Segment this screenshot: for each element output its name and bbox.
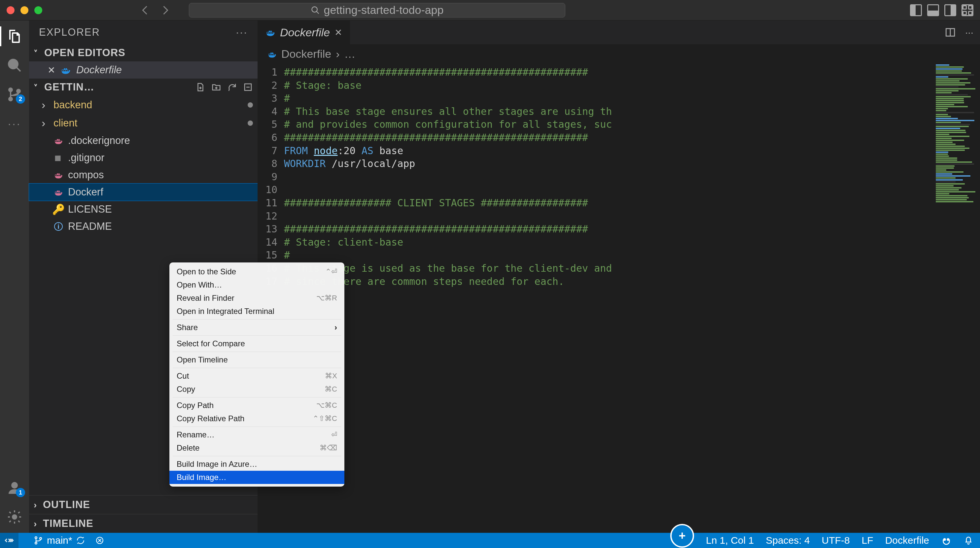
cursor-position[interactable]: Ln 1, Col 1 [706,535,754,546]
file-row[interactable]: ◆.gitignor [29,149,258,167]
scm-activity[interactable]: 2 [6,86,22,102]
toggle-secondary-sidebar-icon[interactable] [944,4,956,16]
shortcut: ⏎ [331,430,337,439]
file-row[interactable]: .dockerignore [29,132,258,149]
context-menu-item[interactable]: Open With… [169,278,344,292]
docker-icon [266,27,275,37]
activity-bar: 2 ··· 1 [0,21,29,533]
menu-item-label: Share [177,323,198,332]
eol[interactable]: LF [862,535,873,546]
breadcrumb[interactable]: Dockerfile › … [258,44,980,64]
sync-icon[interactable] [76,536,85,545]
tab-dockerfile[interactable]: Dockerfile ✕ [258,21,350,44]
indentation[interactable]: Spaces: 4 [766,535,810,546]
refresh-icon[interactable] [227,82,237,92]
maximize-window-icon[interactable] [34,6,42,14]
context-menu-item[interactable]: Cut⌘X [169,369,344,383]
workspace-header[interactable]: GETTIN… [29,79,258,96]
collapse-icon[interactable] [243,82,253,92]
context-menu-item[interactable]: Rename…⏎ [169,428,344,442]
menu-item-label: Reveal in Finder [177,294,234,303]
outline-label: OUTLINE [43,499,90,511]
file-label: .dockerignore [68,135,130,146]
sidebar-more-icon[interactable]: ··· [236,25,248,39]
chevron-down-icon [34,47,41,59]
file-label: .gitignor [68,152,104,164]
context-menu-item[interactable]: Open to the Side⌃⏎ [169,265,344,278]
file-row[interactable]: iREADME [29,218,258,235]
layout-controls [910,4,974,16]
code-area[interactable]: 1234567891011121314151617 ##############… [258,64,980,533]
remote-icon [5,536,14,545]
toggle-primary-sidebar-icon[interactable] [910,4,922,16]
title-bar: getting-started-todo-app [0,0,980,21]
menu-item-label: Rename… [177,430,215,439]
context-menu-item[interactable]: Copy Path⌥⌘C [169,399,344,412]
new-folder-icon[interactable] [211,82,221,92]
toggle-panel-icon[interactable] [927,4,939,16]
context-menu-item[interactable]: Build Image… [169,471,344,484]
chevron-right-icon [34,518,40,529]
file-row[interactable]: client [29,114,258,132]
context-menu-item[interactable]: Build Image in Azure… [169,457,344,471]
timeline-header[interactable]: TIMELINE [29,514,258,533]
menu-item-label: Open in Integrated Terminal [177,307,274,316]
remote-indicator[interactable] [0,533,19,548]
file-type-icon: ◆ [54,153,64,163]
file-row[interactable]: compos [29,167,258,184]
workspace-tools [196,82,253,92]
menu-item-label: Delete [177,443,199,453]
branch-status[interactable]: main* [28,535,110,546]
error-icon[interactable] [95,536,104,545]
menu-item-label: Copy Path [177,401,214,410]
context-menu-item[interactable]: Open in Integrated Terminal [169,305,344,318]
minimize-window-icon[interactable] [21,6,29,14]
split-editor-icon[interactable] [945,27,956,38]
workspace-label: GETTIN… [44,81,94,93]
breadcrumb-more: … [344,48,356,60]
outline-header[interactable]: OUTLINE [29,495,258,514]
context-menu-item[interactable]: Reveal in Finder⌥⌘R [169,292,344,305]
search-activity[interactable] [6,57,22,73]
close-tab-icon[interactable]: ✕ [334,27,342,38]
open-editor-item[interactable]: ✕ Dockerfile [29,61,258,79]
close-window-icon[interactable] [6,6,14,14]
plus-icon: + [679,529,686,543]
file-row[interactable]: backend [29,96,258,114]
back-icon[interactable] [139,4,151,16]
settings-activity[interactable] [6,509,22,525]
bell-icon[interactable] [964,535,974,545]
copilot-icon[interactable] [941,535,951,546]
context-menu-item[interactable]: Copy⌘C [169,383,344,396]
shortcut: ⌃⇧⌘C [313,414,337,423]
search-icon [311,6,320,15]
explorer-activity[interactable] [6,29,22,44]
account-badge: 1 [16,488,25,497]
language-mode[interactable]: Dockerfile [885,535,929,546]
chevron-right-icon: › [336,48,339,60]
open-editors-header[interactable]: OPEN EDITORS [29,44,258,61]
accounts-activity[interactable]: 1 [6,480,22,496]
zoom-indicator[interactable]: + [670,524,694,548]
minimap[interactable] [934,64,980,533]
svg-point-5 [12,483,17,488]
close-icon[interactable]: ✕ [48,65,55,76]
context-menu-item[interactable]: Open Timeline [169,353,344,367]
more-actions-icon[interactable]: ··· [965,27,974,38]
customize-layout-icon[interactable] [961,4,974,16]
svg-point-10 [35,542,37,544]
file-row[interactable]: 🔑LICENSE [29,201,258,218]
nav-arrows [139,4,171,16]
sidebar-title-row: EXPLORER ··· [29,21,258,44]
context-menu-item[interactable]: Copy Relative Path⌃⇧⌘C [169,412,344,425]
forward-icon[interactable] [159,4,171,16]
context-menu-item[interactable]: Select for Compare [169,337,344,350]
context-menu-item[interactable]: Delete⌘⌫ [169,442,344,454]
more-activity[interactable]: ··· [6,116,22,131]
command-center[interactable]: getting-started-todo-app [189,3,565,17]
file-row[interactable]: Dockerf [29,184,258,201]
code-content[interactable]: ########################################… [284,64,934,533]
encoding[interactable]: UTF-8 [822,535,850,546]
new-file-icon[interactable] [196,82,205,92]
context-menu-item[interactable]: Share [169,321,344,334]
